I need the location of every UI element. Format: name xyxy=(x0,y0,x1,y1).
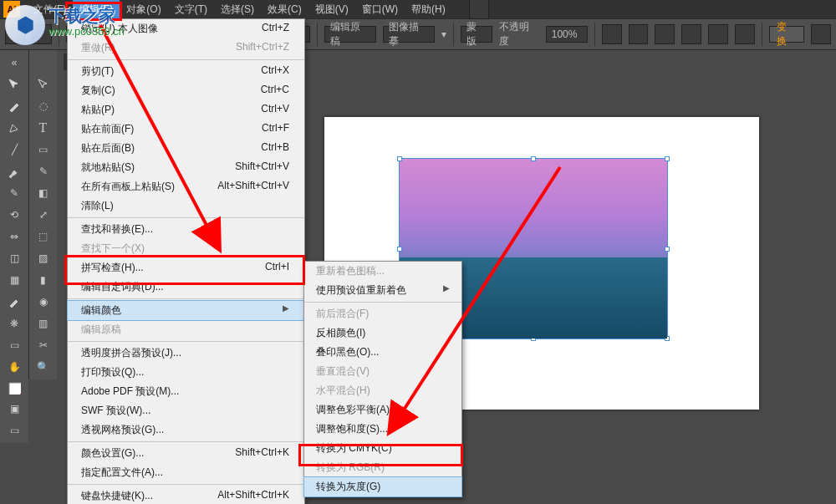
line-tool[interactable]: ╱ xyxy=(2,140,27,160)
blob-brush-tool[interactable]: ✎ xyxy=(2,183,27,203)
mi-edit-colors[interactable]: 编辑颜色▶ xyxy=(67,300,305,321)
mesh-tool[interactable]: ▦ xyxy=(2,270,27,290)
slice-tool[interactable]: ✂ xyxy=(31,335,56,355)
smi-to-rgb[interactable]: 转换为 RGB(R) xyxy=(304,458,461,477)
transform-btn[interactable]: 变换 xyxy=(769,26,804,43)
menubar: Ai 文件(F) 编辑(E) 对象(O) 文字(T) 选择(S) 效果(C) 视… xyxy=(0,0,836,18)
align-5[interactable] xyxy=(708,24,728,44)
mask-btn[interactable]: 蒙版 xyxy=(461,26,492,43)
mi-grid-preset[interactable]: 透视网格预设(G)... xyxy=(68,420,304,440)
menu-select[interactable]: 选择(S) xyxy=(214,0,261,19)
link-icon[interactable] xyxy=(32,24,52,44)
opacity-label: 不透明度 xyxy=(499,20,539,48)
menu-view[interactable]: 视图(V) xyxy=(308,0,355,19)
align-4[interactable] xyxy=(681,24,701,44)
trace-dd-icon[interactable]: ▾ xyxy=(441,28,446,40)
mi-spell[interactable]: 拼写检查(H)...Ctrl+I xyxy=(68,258,304,277)
mi-shortcuts[interactable]: 键盘快捷键(K)...Alt+Shift+Ctrl+K xyxy=(68,486,304,504)
type-tool[interactable]: T xyxy=(31,118,56,138)
mi-flattener[interactable]: 透明度拼合器预设(J)... xyxy=(68,344,304,363)
direct-selection-tool[interactable] xyxy=(31,74,56,94)
align-3[interactable] xyxy=(655,24,675,44)
rectangle-tool[interactable]: ▭ xyxy=(31,140,56,160)
align-6[interactable] xyxy=(735,24,755,44)
eyedropper-tool[interactable] xyxy=(2,292,27,312)
perspective-grid-tool[interactable]: ▨ xyxy=(31,248,56,268)
menu-help[interactable]: 帮助(H) xyxy=(405,0,452,19)
align-2[interactable] xyxy=(629,24,649,44)
blend-tool[interactable]: ◉ xyxy=(31,292,56,312)
menu-object[interactable]: 对象(O) xyxy=(120,0,167,19)
embed-icon[interactable] xyxy=(5,24,25,44)
mi-print-preset[interactable]: 打印预设(Q)... xyxy=(68,363,304,382)
pencil-tool[interactable]: ✎ xyxy=(31,161,56,181)
fill-stroke[interactable] xyxy=(2,379,27,397)
collapse-handle[interactable]: « xyxy=(2,53,27,73)
menu-effect[interactable]: 效果(C) xyxy=(261,0,308,19)
symbol-sprayer-tool[interactable]: ❋ xyxy=(2,313,27,333)
free-transform-tool[interactable]: ⬚ xyxy=(31,227,56,247)
menu-type[interactable]: 文字(T) xyxy=(168,0,214,19)
layout-btn[interactable] xyxy=(469,0,489,19)
eraser-tool[interactable]: ◧ xyxy=(31,183,56,203)
mi-color-setting[interactable]: 颜色设置(G)...Shift+Ctrl+K xyxy=(68,444,304,463)
lasso-tool[interactable]: ◌ xyxy=(31,96,56,116)
shape-builder-tool[interactable]: ◫ xyxy=(2,248,27,268)
app-icon: Ai xyxy=(3,1,20,18)
hand-tool[interactable]: ✋ xyxy=(2,357,27,377)
brush-tool[interactable] xyxy=(2,161,27,181)
image-trace-btn[interactable]: 图像描摹 xyxy=(383,26,435,43)
annotation-arrow-1 xyxy=(92,21,242,255)
svg-line-4 xyxy=(401,167,560,414)
color-mode[interactable]: ▣ xyxy=(2,399,27,419)
edit-original-btn[interactable]: 编辑原稿 xyxy=(324,26,376,43)
mi-edit-original[interactable]: 编辑原稿 xyxy=(68,320,304,339)
column-graph-tool[interactable]: ▥ xyxy=(31,313,56,333)
annotation-arrow-2 xyxy=(351,163,602,456)
screen-mode[interactable]: ▭ xyxy=(2,420,27,440)
width-tool[interactable]: ⇔ xyxy=(2,227,27,247)
artboard-tool[interactable]: ▭ xyxy=(2,335,27,355)
mi-swf-preset[interactable]: SWF 预设(W)... xyxy=(68,401,304,420)
mi-assign-profile[interactable]: 指定配置文件(A)... xyxy=(68,463,304,482)
align-1[interactable] xyxy=(602,24,622,44)
menu-file[interactable]: 文件(F) xyxy=(27,0,73,19)
pen-tool[interactable] xyxy=(2,118,27,138)
mi-pdf-preset[interactable]: Adobe PDF 预设(M)... xyxy=(68,382,304,401)
spacer xyxy=(31,53,56,73)
svg-line-3 xyxy=(100,25,209,230)
zoom-tool[interactable]: 🔍 xyxy=(31,357,56,377)
scale-tool[interactable]: ⤢ xyxy=(31,205,56,225)
gradient-tool[interactable]: ▮ xyxy=(31,270,56,290)
arrange-icon[interactable] xyxy=(811,24,831,44)
smi-to-gray[interactable]: 转换为灰度(G) xyxy=(303,476,462,497)
submenu-arrow-icon: ▶ xyxy=(283,303,289,318)
menu-edit[interactable]: 编辑(E) xyxy=(73,0,120,19)
mi-dict[interactable]: 编辑自定词典(D)... xyxy=(68,277,304,297)
opacity-field[interactable]: 100% xyxy=(546,26,588,43)
toolbox-col1: « ╱ ✎ ⟲ ⇔ ◫ ▦ ❋ ▭ ✋ ▣ ▭ xyxy=(0,50,28,443)
menu-window[interactable]: 窗口(W) xyxy=(355,0,405,19)
toolbox-col2: ◌ T ▭ ✎ ◧ ⤢ ⬚ ▨ ▮ ◉ ▥ ✂ 🔍 xyxy=(28,50,57,379)
selection-tool[interactable] xyxy=(2,74,27,94)
rotate-tool[interactable]: ⟲ xyxy=(2,205,27,225)
magic-wand-tool[interactable] xyxy=(2,96,27,116)
